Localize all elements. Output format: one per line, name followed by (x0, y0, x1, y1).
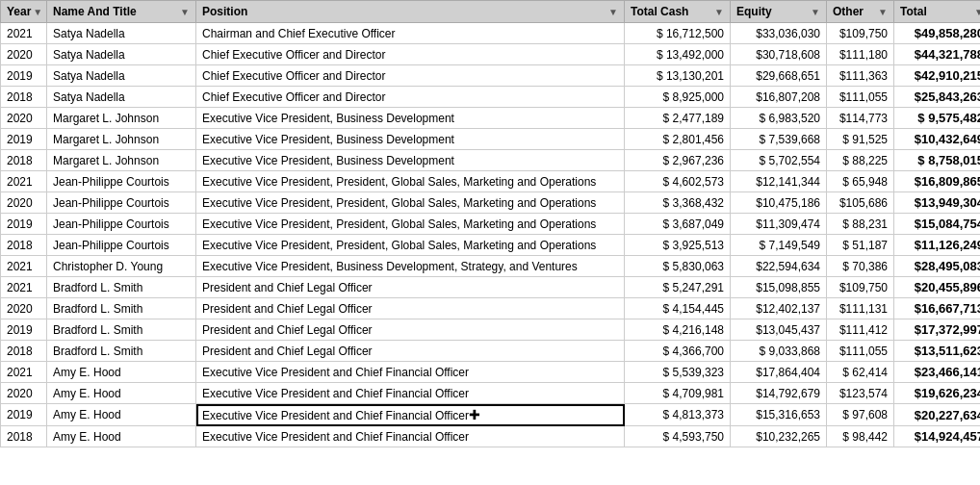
header-cash[interactable]: Total Cash ▼ (625, 1, 731, 23)
table-row[interactable]: 2021Christopher D. YoungExecutive Vice P… (1, 256, 981, 277)
header-equity[interactable]: Equity ▼ (731, 1, 827, 23)
table-row[interactable]: 2018Margaret L. JohnsonExecutive Vice Pr… (1, 150, 981, 171)
table-row[interactable]: 2019Jean-Philippe CourtoisExecutive Vice… (1, 214, 981, 235)
compensation-table: Year ▼ Name And Title ▼ Position ▼ Total… (0, 0, 980, 447)
table-row[interactable]: 2018Jean-Philippe CourtoisExecutive Vice… (1, 235, 981, 256)
filter-icon-equity[interactable]: ▼ (811, 7, 820, 17)
table-row[interactable]: 2019Bradford L. SmithPresident and Chief… (1, 319, 981, 341)
table-row[interactable]: 2020Amy E. HoodExecutive Vice President … (1, 383, 981, 404)
table-row[interactable]: 2018Satya NadellaChief Executive Officer… (1, 87, 981, 108)
table-row[interactable]: 2021Jean-Philippe CourtoisExecutive Vice… (1, 171, 981, 192)
table-row[interactable]: 2020Margaret L. JohnsonExecutive Vice Pr… (1, 108, 981, 129)
table-row[interactable]: 2020Jean-Philippe CourtoisExecutive Vice… (1, 192, 981, 214)
table-row[interactable]: 2020Bradford L. SmithPresident and Chief… (1, 298, 981, 319)
header-year[interactable]: Year ▼ (1, 1, 47, 23)
filter-icon-total[interactable]: ▼ (974, 7, 980, 17)
table-header-row: Year ▼ Name And Title ▼ Position ▼ Total… (1, 1, 981, 23)
table-row[interactable]: 2019Amy E. HoodExecutive Vice President … (1, 404, 981, 426)
header-total[interactable]: Total ▼ (894, 1, 981, 23)
filter-icon-other[interactable]: ▼ (878, 7, 888, 17)
filter-icon-year[interactable]: ▼ (33, 7, 42, 17)
table-row[interactable]: 2020Satya NadellaChief Executive Officer… (1, 44, 981, 65)
filter-icon-position[interactable]: ▼ (608, 7, 618, 17)
table-row[interactable]: 2019Margaret L. JohnsonExecutive Vice Pr… (1, 129, 981, 150)
table-row[interactable]: 2019Satya NadellaChief Executive Officer… (1, 65, 981, 87)
table-row[interactable]: 2021Bradford L. SmithPresident and Chief… (1, 277, 981, 298)
header-position[interactable]: Position ▼ (196, 1, 625, 23)
table-row[interactable]: 2021Satya NadellaChairman and Chief Exec… (1, 23, 981, 44)
table-row[interactable]: 2021Amy E. HoodExecutive Vice President … (1, 362, 981, 383)
table-row[interactable]: 2018Bradford L. SmithPresident and Chief… (1, 341, 981, 362)
table-row[interactable]: 2018Amy E. HoodExecutive Vice President … (1, 426, 981, 447)
header-name[interactable]: Name And Title ▼ (47, 1, 196, 23)
filter-icon-name[interactable]: ▼ (180, 7, 190, 17)
filter-icon-cash[interactable]: ▼ (714, 7, 724, 17)
header-other[interactable]: Other ▼ (827, 1, 894, 23)
